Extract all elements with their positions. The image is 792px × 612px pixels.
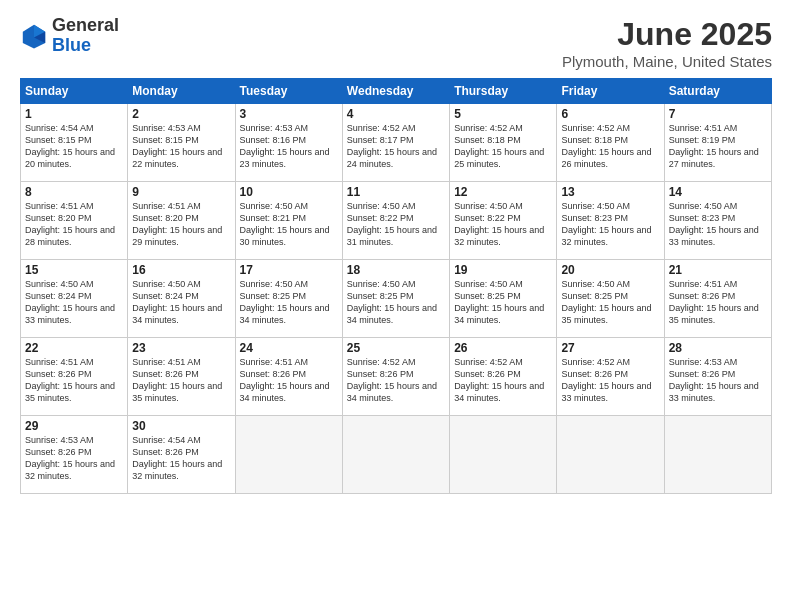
title-section: June 2025 Plymouth, Maine, United States <box>562 16 772 70</box>
week-row-1: 1 Sunrise: 4:54 AMSunset: 8:15 PMDayligh… <box>21 104 772 182</box>
col-thursday: Thursday <box>450 79 557 104</box>
table-row: 4 Sunrise: 4:52 AMSunset: 8:17 PMDayligh… <box>342 104 449 182</box>
col-tuesday: Tuesday <box>235 79 342 104</box>
week-row-5: 29 Sunrise: 4:53 AMSunset: 8:26 PMDaylig… <box>21 416 772 494</box>
table-row <box>235 416 342 494</box>
logo-general: General <box>52 16 119 36</box>
table-row <box>664 416 771 494</box>
col-saturday: Saturday <box>664 79 771 104</box>
month-title: June 2025 <box>562 16 772 53</box>
table-row: 15 Sunrise: 4:50 AMSunset: 8:24 PMDaylig… <box>21 260 128 338</box>
table-row: 2 Sunrise: 4:53 AMSunset: 8:15 PMDayligh… <box>128 104 235 182</box>
table-row: 16 Sunrise: 4:50 AMSunset: 8:24 PMDaylig… <box>128 260 235 338</box>
table-row: 12 Sunrise: 4:50 AMSunset: 8:22 PMDaylig… <box>450 182 557 260</box>
table-row <box>450 416 557 494</box>
week-row-2: 8 Sunrise: 4:51 AMSunset: 8:20 PMDayligh… <box>21 182 772 260</box>
table-row: 8 Sunrise: 4:51 AMSunset: 8:20 PMDayligh… <box>21 182 128 260</box>
header-row: Sunday Monday Tuesday Wednesday Thursday… <box>21 79 772 104</box>
week-row-4: 22 Sunrise: 4:51 AMSunset: 8:26 PMDaylig… <box>21 338 772 416</box>
page: General Blue June 2025 Plymouth, Maine, … <box>0 0 792 612</box>
table-row: 25 Sunrise: 4:52 AMSunset: 8:26 PMDaylig… <box>342 338 449 416</box>
table-row: 26 Sunrise: 4:52 AMSunset: 8:26 PMDaylig… <box>450 338 557 416</box>
table-row: 10 Sunrise: 4:50 AMSunset: 8:21 PMDaylig… <box>235 182 342 260</box>
header: General Blue June 2025 Plymouth, Maine, … <box>20 16 772 70</box>
calendar-table: Sunday Monday Tuesday Wednesday Thursday… <box>20 78 772 494</box>
table-row: 14 Sunrise: 4:50 AMSunset: 8:23 PMDaylig… <box>664 182 771 260</box>
table-row: 3 Sunrise: 4:53 AMSunset: 8:16 PMDayligh… <box>235 104 342 182</box>
logo-icon <box>20 22 48 50</box>
table-row: 24 Sunrise: 4:51 AMSunset: 8:26 PMDaylig… <box>235 338 342 416</box>
col-wednesday: Wednesday <box>342 79 449 104</box>
week-row-3: 15 Sunrise: 4:50 AMSunset: 8:24 PMDaylig… <box>21 260 772 338</box>
table-row: 18 Sunrise: 4:50 AMSunset: 8:25 PMDaylig… <box>342 260 449 338</box>
table-row: 6 Sunrise: 4:52 AMSunset: 8:18 PMDayligh… <box>557 104 664 182</box>
table-row: 20 Sunrise: 4:50 AMSunset: 8:25 PMDaylig… <box>557 260 664 338</box>
logo: General Blue <box>20 16 119 56</box>
col-sunday: Sunday <box>21 79 128 104</box>
col-monday: Monday <box>128 79 235 104</box>
table-row: 30 Sunrise: 4:54 AMSunset: 8:26 PMDaylig… <box>128 416 235 494</box>
table-row: 27 Sunrise: 4:52 AMSunset: 8:26 PMDaylig… <box>557 338 664 416</box>
table-row: 7 Sunrise: 4:51 AMSunset: 8:19 PMDayligh… <box>664 104 771 182</box>
table-row: 13 Sunrise: 4:50 AMSunset: 8:23 PMDaylig… <box>557 182 664 260</box>
location-title: Plymouth, Maine, United States <box>562 53 772 70</box>
table-row <box>557 416 664 494</box>
table-row: 1 Sunrise: 4:54 AMSunset: 8:15 PMDayligh… <box>21 104 128 182</box>
col-friday: Friday <box>557 79 664 104</box>
table-row: 22 Sunrise: 4:51 AMSunset: 8:26 PMDaylig… <box>21 338 128 416</box>
table-row <box>342 416 449 494</box>
table-row: 11 Sunrise: 4:50 AMSunset: 8:22 PMDaylig… <box>342 182 449 260</box>
table-row: 19 Sunrise: 4:50 AMSunset: 8:25 PMDaylig… <box>450 260 557 338</box>
table-row: 28 Sunrise: 4:53 AMSunset: 8:26 PMDaylig… <box>664 338 771 416</box>
table-row: 5 Sunrise: 4:52 AMSunset: 8:18 PMDayligh… <box>450 104 557 182</box>
table-row: 23 Sunrise: 4:51 AMSunset: 8:26 PMDaylig… <box>128 338 235 416</box>
table-row: 21 Sunrise: 4:51 AMSunset: 8:26 PMDaylig… <box>664 260 771 338</box>
table-row: 29 Sunrise: 4:53 AMSunset: 8:26 PMDaylig… <box>21 416 128 494</box>
logo-text: General Blue <box>52 16 119 56</box>
logo-blue: Blue <box>52 36 119 56</box>
table-row: 9 Sunrise: 4:51 AMSunset: 8:20 PMDayligh… <box>128 182 235 260</box>
table-row: 17 Sunrise: 4:50 AMSunset: 8:25 PMDaylig… <box>235 260 342 338</box>
